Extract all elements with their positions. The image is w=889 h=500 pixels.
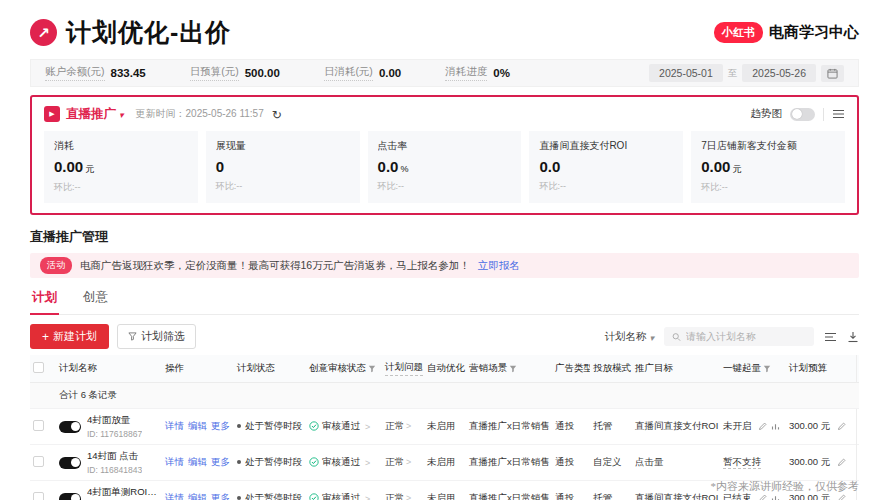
chevron-right-icon[interactable] [406,456,411,467]
stat-unit: 元 [85,164,94,174]
more-link[interactable]: 更多 [211,420,230,431]
brand-logo: 小红书 电商学习中心 [714,22,859,43]
plan-enabled-toggle[interactable] [59,421,81,433]
boost-status: 暂不支持 [723,456,761,469]
trend-toggle[interactable] [790,108,815,121]
stat-number: 0.0 [378,158,399,175]
plan-name[interactable]: 4封面单测ROI 基础+家居 [87,486,159,499]
column-header: 创意审核状态 [306,355,382,383]
title-block: 计划优化-出价 [30,16,231,49]
stat-compare: 环比:-- [54,181,188,194]
metric-value: 0.00 [379,67,401,79]
row-checkbox[interactable] [33,420,44,431]
edit-link[interactable]: 编辑 [188,420,207,431]
column-header: 计划名称 [56,355,162,383]
chevron-right-icon[interactable] [406,420,411,431]
plan-enabled-toggle[interactable] [59,457,81,469]
detail-link[interactable]: 详情 [165,420,184,431]
footnote: *内容来源讲师经验，仅供参考 [711,479,860,494]
bar-chart-icon[interactable] [771,494,780,500]
list-view-icon[interactable] [832,108,845,120]
boost-status: 未开启 [723,420,752,431]
plan-search-input[interactable] [686,331,806,342]
plan-search-box [664,327,814,346]
metric-value: 0% [493,67,510,79]
edit-pencil-icon[interactable] [837,422,846,431]
ad-type: 通投 [552,409,590,445]
plan-name[interactable]: 14封面 点击 [87,450,142,463]
promotion-goal: 直播间直接支付ROI [632,409,720,445]
search-field-select[interactable]: 计划名称 [604,330,654,344]
tab-creative[interactable]: 创意 [81,282,110,314]
audit-status: 审核通过 [322,456,360,469]
edit-pencil-icon[interactable] [837,458,846,467]
account-metric: 消耗进度 0% [445,65,510,81]
select-all-checkbox[interactable] [33,362,44,373]
table-header-row: 计划名称 操作 计划状态 创意审核状态 计划问题 自动优化 营销场景 [30,355,859,383]
column-settings-icon[interactable] [824,331,837,343]
filter-funnel-icon[interactable] [368,365,376,373]
new-plan-button[interactable]: 新建计划 [30,324,109,349]
edit-link[interactable]: 编辑 [188,456,207,467]
overview-panel: 直播推广 更新时间：2025-05-26 11:57 趋势图 消耗 0.00元 … [30,95,859,215]
page-header: 计划优化-出价 小红书 电商学习中心 [30,16,859,49]
row-checkbox[interactable] [33,492,44,500]
account-metric: 日预算(元) 500.00 [190,65,280,81]
column-label: 操作 [165,362,184,375]
section-title: 直播推广管理 [30,228,859,246]
more-link[interactable]: 更多 [211,492,230,500]
live-broadcast-icon [44,106,60,122]
date-start-input[interactable]: 2025-05-01 [649,64,723,82]
chevron-right-icon[interactable] [365,493,370,500]
stat-label: 7日店铺新客支付金额 [701,139,835,153]
signup-link[interactable]: 立即报名 [478,259,520,273]
stat-value: 0 [216,158,350,175]
bar-chart-icon[interactable] [771,422,780,431]
check-circle-icon [309,457,319,467]
stat-card: 消耗 0.00元 环比:-- [44,131,198,203]
edit-link[interactable]: 编辑 [188,492,207,500]
promo-notice-bar: 活动 电商广告返现狂欢季，定价没商量！最高可获得16万元广告消返券，马上报名参加… [30,253,859,278]
download-icon[interactable] [847,331,859,343]
audit-status: 审核通过 [322,420,360,433]
tab-plan[interactable]: 计划 [30,282,59,315]
stat-number: 0.00 [54,158,83,175]
plan-filter-button[interactable]: 计划筛选 [117,324,196,349]
chevron-down-icon [119,107,124,121]
row-checkbox[interactable] [33,456,44,467]
notice-text: 电商广告返现狂欢季，定价没商量！最高可获得16万元广告消返券，马上报名参加！ [80,259,470,273]
xiaohongshu-badge: 小红书 [714,22,763,43]
edit-pencil-icon[interactable] [758,422,767,431]
plan-name[interactable]: 4封面放量 [87,414,142,427]
refresh-icon[interactable] [272,105,282,123]
detail-link[interactable]: 详情 [165,492,184,500]
channel-select[interactable]: 直播推广 [66,106,124,123]
filter-funnel-icon[interactable] [509,365,517,373]
chevron-down-icon [649,331,654,343]
stat-compare: 环比:-- [701,181,835,194]
edit-pencil-icon[interactable] [837,494,846,500]
chevron-right-icon[interactable] [365,457,370,468]
plan-enabled-toggle[interactable] [59,493,81,500]
stat-number: 0.0 [539,158,560,175]
ad-type: 通投 [552,445,590,481]
column-header: 计划预算 [786,355,856,383]
promotion-goal: 点击量 [632,445,720,481]
filter-funnel-icon[interactable] [763,365,771,373]
plan-id: ID: 116841843 [87,465,142,475]
chevron-right-icon[interactable] [406,492,411,500]
overview-controls: 趋势图 [751,107,846,121]
more-link[interactable]: 更多 [211,456,230,467]
status-dot [237,460,241,464]
row-actions: 详情编辑更多 [162,409,234,445]
edit-pencil-icon[interactable] [758,494,767,500]
date-end-input[interactable]: 2025-05-26 [742,64,816,82]
check-circle-icon [309,493,319,500]
column-header: 自动优化 [424,355,466,383]
chevron-right-icon[interactable] [365,421,370,432]
stat-value: 0.00元 [701,158,835,176]
date-separator: 至 [728,67,738,80]
stat-compare: 环比:-- [539,180,673,193]
calendar-icon[interactable] [821,65,844,82]
detail-link[interactable]: 详情 [165,456,184,467]
